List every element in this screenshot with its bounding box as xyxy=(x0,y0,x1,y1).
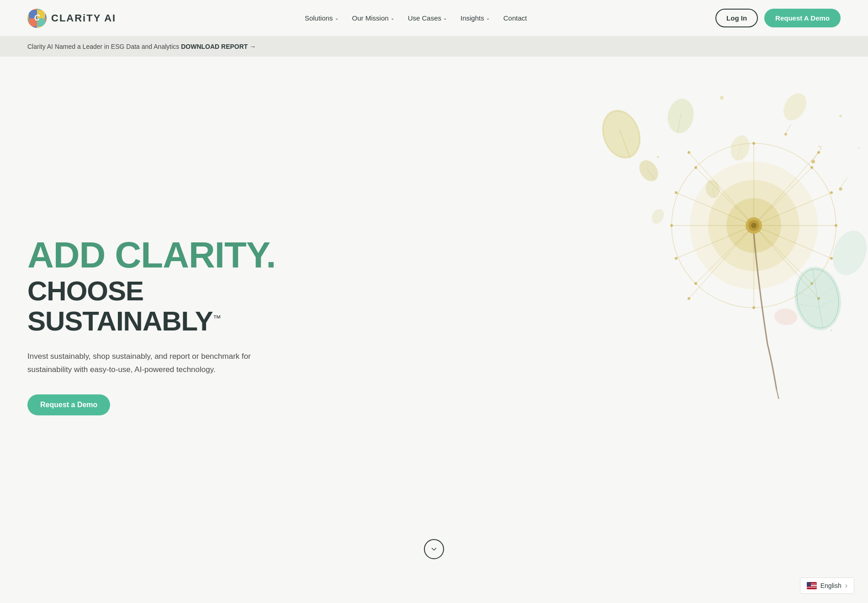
nav-item-contact[interactable]: Contact xyxy=(503,14,527,22)
chevron-down-icon: ⌄ xyxy=(486,16,490,21)
svg-point-51 xyxy=(811,160,815,163)
hero-title-line1: ADD CLARITY. xyxy=(27,237,292,273)
nav-item-solutions[interactable]: Solutions ⌄ xyxy=(305,14,339,22)
language-label: English xyxy=(820,582,842,589)
arrow-right-icon: → xyxy=(249,43,256,50)
dandelion-svg xyxy=(576,79,868,399)
nav-links: Solutions ⌄ Our Mission ⌄ Use Cases ⌄ In… xyxy=(305,14,527,22)
svg-point-70 xyxy=(858,147,860,149)
svg-point-53 xyxy=(784,133,787,136)
svg-line-52 xyxy=(813,150,820,160)
svg-point-41 xyxy=(830,191,833,194)
svg-point-68 xyxy=(650,207,666,226)
hero-cta-button[interactable]: Request a Demo xyxy=(27,394,110,415)
brand-name: CLARiTY AI xyxy=(51,12,116,24)
svg-point-71 xyxy=(831,330,832,331)
nav-item-insights[interactable]: Insights ⌄ xyxy=(460,14,490,22)
svg-point-36 xyxy=(694,166,697,169)
nav-item-our-mission[interactable]: Our Mission ⌄ xyxy=(352,14,394,22)
navbar: CLARiTY AI Solutions ⌄ Our Mission ⌄ Use… xyxy=(0,0,868,37)
svg-point-69 xyxy=(657,156,659,158)
svg-point-44 xyxy=(688,151,690,154)
scroll-down-button[interactable] xyxy=(424,539,444,559)
nav-item-use-cases[interactable]: Use Cases ⌄ xyxy=(408,14,447,22)
hero-title-line2: CHOOSE SUSTAINABLY™ xyxy=(27,276,292,336)
svg-point-65 xyxy=(774,308,798,326)
svg-point-33 xyxy=(752,306,755,309)
svg-point-55 xyxy=(839,188,842,191)
language-selector[interactable]: English › xyxy=(800,577,854,594)
svg-line-56 xyxy=(841,178,847,187)
svg-point-38 xyxy=(694,282,697,285)
svg-point-32 xyxy=(752,142,755,145)
flag-icon xyxy=(807,582,817,589)
hero-illustration xyxy=(576,79,868,399)
svg-point-42 xyxy=(675,257,677,260)
logo[interactable]: CLARiTY AI xyxy=(27,9,116,28)
chevron-down-icon: ⌄ xyxy=(335,16,339,21)
svg-point-50 xyxy=(751,223,757,228)
chevron-right-icon: › xyxy=(845,582,847,590)
logo-icon xyxy=(27,9,47,28)
announcement-link[interactable]: DOWNLOAD REPORT → xyxy=(181,43,256,50)
trademark-symbol: ™ xyxy=(213,314,221,323)
svg-point-46 xyxy=(688,297,690,300)
svg-point-35 xyxy=(835,224,837,227)
announcement-text: Clarity AI Named a Leader in ESG Data an… xyxy=(27,43,181,50)
hero-content: ADD CLARITY. CHOOSE SUSTAINABLY™ Invest … xyxy=(27,237,292,416)
chevron-down-icon: ⌄ xyxy=(443,16,447,21)
svg-point-40 xyxy=(675,191,677,194)
chevron-down-icon xyxy=(430,545,438,553)
svg-point-34 xyxy=(670,224,673,227)
hero-description: Invest sustainably, shop sustainably, an… xyxy=(27,350,256,377)
announcement-bar: Clarity AI Named a Leader in ESG Data an… xyxy=(0,37,868,57)
hero-section: ADD CLARITY. CHOOSE SUSTAINABLY™ Invest … xyxy=(0,57,868,587)
svg-point-43 xyxy=(830,257,833,260)
svg-point-0 xyxy=(720,96,724,100)
svg-point-1 xyxy=(839,115,842,117)
svg-point-7 xyxy=(779,89,811,124)
svg-point-64 xyxy=(827,226,868,280)
request-demo-button[interactable]: Request A Demo xyxy=(764,9,841,27)
svg-line-54 xyxy=(786,124,791,133)
svg-point-37 xyxy=(810,166,813,169)
nav-actions: Log In Request A Demo xyxy=(715,9,841,27)
login-button[interactable]: Log In xyxy=(715,9,758,27)
chevron-down-icon: ⌄ xyxy=(391,16,394,21)
